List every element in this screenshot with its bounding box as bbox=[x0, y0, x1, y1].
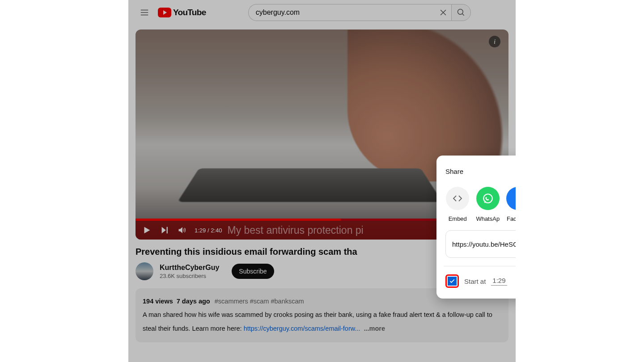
channel-avatar[interactable] bbox=[136, 262, 153, 280]
video-info-button[interactable]: i bbox=[489, 36, 500, 47]
time-display: 1:29 / 2:40 bbox=[195, 227, 222, 234]
play-button[interactable] bbox=[142, 225, 152, 235]
video-thumbnail-art bbox=[178, 168, 443, 202]
upload-age: 7 days ago bbox=[177, 298, 210, 305]
youtube-wordmark: YouTube bbox=[173, 8, 206, 17]
share-url-text[interactable]: https://youtu.be/HeSCXzqq4L4?si=jRSPZrG_ bbox=[452, 240, 516, 248]
start-at-row: Start at 1:29 bbox=[445, 274, 516, 288]
share-option-embed[interactable]: Embed bbox=[445, 187, 470, 222]
subscribe-button[interactable]: Subscribe bbox=[232, 264, 274, 279]
show-more-button[interactable]: ...more bbox=[364, 325, 386, 332]
video-overlay-caption: My best antivirus protection pi bbox=[227, 224, 363, 236]
start-at-label: Start at bbox=[464, 278, 486, 285]
youtube-logo[interactable]: YouTube bbox=[158, 8, 206, 17]
embed-icon bbox=[452, 193, 463, 204]
description-link[interactable]: https://cyberguy.com/scams/email-forw... bbox=[244, 325, 360, 332]
share-option-whatsapp[interactable]: WhatsAp bbox=[476, 187, 500, 222]
view-count: 194 views bbox=[143, 298, 173, 305]
share-dialog-title: Share bbox=[445, 168, 463, 175]
svg-rect-2 bbox=[167, 227, 168, 234]
whatsapp-icon bbox=[482, 193, 494, 204]
share-option-facebook[interactable]: f Faceboo bbox=[506, 187, 516, 222]
next-button[interactable] bbox=[160, 225, 169, 235]
subscriber-count: 23.6K subscribers bbox=[160, 273, 219, 279]
checkmark-icon bbox=[449, 278, 455, 284]
search-clear-button[interactable] bbox=[435, 4, 451, 21]
channel-name[interactable]: KurttheCyberGuy bbox=[160, 264, 219, 272]
share-url-row: https://youtu.be/HeSCXzqq4L4?si=jRSPZrG_… bbox=[445, 230, 516, 258]
search-bar bbox=[248, 4, 471, 21]
next-icon bbox=[160, 225, 169, 235]
start-at-time-input[interactable]: 1:29 bbox=[491, 277, 507, 286]
top-header: YouTube bbox=[128, 0, 516, 25]
youtube-play-icon bbox=[158, 8, 171, 17]
hamburger-menu-button[interactable] bbox=[136, 4, 153, 21]
share-dialog: Share Embed WhatsAp f Faceboo bbox=[436, 156, 516, 299]
hamburger-icon bbox=[140, 8, 149, 17]
search-input[interactable] bbox=[248, 4, 435, 21]
annotation-highlight bbox=[445, 274, 459, 288]
search-icon bbox=[457, 8, 466, 17]
close-icon bbox=[439, 8, 448, 17]
volume-icon bbox=[178, 226, 186, 235]
play-icon bbox=[142, 225, 152, 235]
search-button[interactable] bbox=[451, 4, 471, 21]
hashtags[interactable]: #scammers #scam #bankscam bbox=[215, 298, 304, 305]
share-options-row: Embed WhatsAp f Faceboo X Email bbox=[445, 187, 516, 222]
divider bbox=[444, 266, 516, 266]
volume-button[interactable] bbox=[178, 226, 186, 235]
svg-point-1 bbox=[458, 9, 463, 15]
start-at-checkbox[interactable] bbox=[448, 277, 457, 286]
